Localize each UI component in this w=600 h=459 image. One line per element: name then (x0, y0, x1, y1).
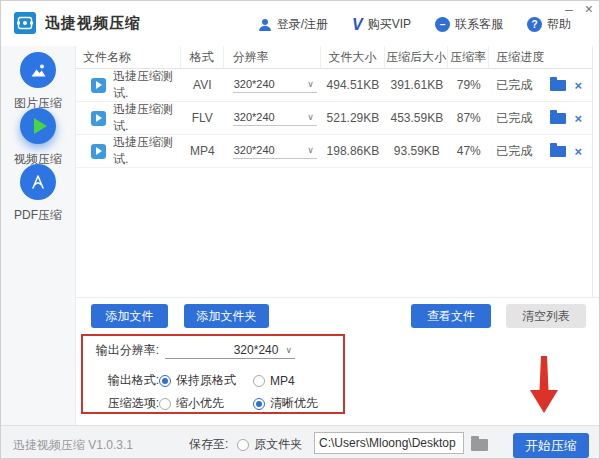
buy-vip-label: 购买VIP (368, 16, 411, 33)
radio-icon (159, 398, 171, 410)
image-compress-icon (20, 52, 56, 88)
play-icon[interactable] (91, 111, 106, 126)
browse-folder-icon[interactable] (471, 439, 488, 451)
app-logo-icon (14, 12, 36, 34)
add-folder-button[interactable]: 添加文件夹 (184, 304, 269, 328)
chevron-down-icon: ∨ (285, 345, 292, 355)
status-badge: 已完成 (496, 110, 532, 127)
user-icon (258, 18, 272, 32)
output-settings-highlight-box: 输出分辨率: 320*240 ∨ 输出格式: 保持原格式 MP4 压缩选项: 缩… (81, 334, 345, 414)
help-button[interactable]: ? 帮助 (527, 16, 571, 33)
header-progress: 压缩进度 (489, 46, 592, 68)
login-register-button[interactable]: 登录/注册 (258, 16, 328, 33)
sidebar-item-image-compress[interactable]: 图片压缩 (1, 52, 75, 112)
page-title: 迅捷视频压缩 (45, 14, 141, 33)
section-divider (76, 297, 600, 298)
contact-support-button[interactable]: – 联系客服 (435, 16, 503, 33)
radio-label: 缩小优先 (176, 395, 224, 412)
status-badge: 已完成 (496, 143, 532, 160)
customer-service-icon: – (435, 17, 450, 32)
add-file-button[interactable]: 添加文件 (91, 304, 168, 328)
file-name: 迅捷压缩测试. (113, 101, 181, 135)
output-resolution-dropdown[interactable]: 320*240 ∨ (165, 343, 295, 359)
version-label: 迅捷视频压缩 V1.0.3.1 (13, 437, 133, 454)
file-size: 198.86KB (321, 144, 386, 158)
compressed-size: 391.61KB (385, 78, 448, 92)
save-path-input[interactable] (314, 432, 464, 454)
radio-label: MP4 (270, 374, 295, 388)
file-size: 521.29KB (321, 111, 386, 125)
table-row: 迅捷压缩测试. FLV 320*240 ∨ 521.29KB 453.59KB … (76, 102, 592, 135)
clear-list-button[interactable]: 清空列表 (506, 304, 586, 328)
video-compress-icon (20, 108, 56, 144)
view-file-button[interactable]: 查看文件 (411, 304, 491, 328)
remove-file-icon[interactable]: × (574, 79, 582, 92)
radio-icon (253, 375, 265, 387)
header-file-size: 文件大小 (321, 46, 386, 68)
login-register-label: 登录/注册 (277, 16, 328, 33)
open-folder-icon[interactable] (550, 80, 566, 91)
output-resolution-label: 输出分辨率: (89, 342, 159, 359)
open-folder-icon[interactable] (550, 146, 566, 157)
minimize-button[interactable]: – (565, 2, 573, 16)
app-window: – × 迅捷视频压缩 登录/注册 (0, 0, 600, 459)
file-name: 迅捷压缩测试. (113, 68, 181, 102)
play-icon[interactable] (91, 78, 106, 93)
sidebar-item-label: PDF压缩 (14, 207, 62, 224)
radio-mp4-format[interactable]: MP4 (253, 374, 347, 388)
compress-ratio: 87% (448, 111, 489, 125)
sidebar-item-video-compress[interactable]: 视频压缩 (1, 108, 75, 168)
start-compress-button[interactable]: 开始压缩 (513, 433, 589, 458)
radio-icon (237, 439, 249, 451)
sidebar: 图片压缩 视频压缩 PDF压缩 (1, 46, 76, 425)
resolution-dropdown[interactable]: 320*240 ∨ (233, 78, 317, 93)
vip-icon: V (352, 17, 363, 33)
table-header-row: 文件名称 格式 分辨率 文件大小 压缩后大小 压缩率 压缩进度 (76, 46, 592, 69)
table-row: 迅捷压缩测试. AVI 320*240 ∨ 494.51KB 391.61KB … (76, 69, 592, 102)
remove-file-icon[interactable]: × (574, 145, 582, 158)
radio-label: 原文件夹 (254, 436, 302, 453)
chevron-down-icon: ∨ (307, 112, 314, 122)
file-format: AVI (181, 78, 224, 92)
radio-original-folder[interactable]: 原文件夹 (237, 436, 302, 453)
remove-file-icon[interactable]: × (574, 112, 582, 125)
compressed-size: 93.59KB (385, 144, 448, 158)
radio-label: 保持原格式 (176, 372, 236, 389)
compress-ratio: 47% (448, 144, 489, 158)
radio-label: 清晰优先 (270, 395, 318, 412)
header-format: 格式 (181, 46, 224, 68)
compressed-size: 453.59KB (385, 111, 448, 125)
file-name: 迅捷压缩测试. (113, 134, 181, 168)
header-ratio: 压缩率 (448, 46, 489, 68)
header-resolution: 分辨率 (224, 46, 321, 68)
radio-size-priority[interactable]: 缩小优先 (159, 395, 253, 412)
play-icon[interactable] (91, 144, 106, 159)
radio-keep-original-format[interactable]: 保持原格式 (159, 372, 253, 389)
resolution-dropdown[interactable]: 320*240 ∨ (233, 144, 317, 159)
resolution-value: 320*240 (234, 144, 275, 156)
radio-icon (159, 375, 171, 387)
help-label: 帮助 (547, 16, 571, 33)
red-arrow-annotation (529, 356, 559, 413)
file-format: MP4 (181, 144, 224, 158)
open-folder-icon[interactable] (550, 113, 566, 124)
buy-vip-button[interactable]: V 购买VIP (352, 16, 411, 33)
chevron-down-icon: ∨ (307, 145, 314, 155)
table-row: 迅捷压缩测试. MP4 320*240 ∨ 198.86KB 93.59KB 4… (76, 135, 592, 168)
sidebar-item-pdf-compress[interactable]: PDF压缩 (1, 164, 75, 224)
compress-ratio: 79% (448, 78, 489, 92)
resolution-dropdown[interactable]: 320*240 ∨ (233, 111, 317, 126)
file-format: FLV (181, 111, 224, 125)
file-size: 494.51KB (321, 78, 386, 92)
output-resolution-value: 320*240 (234, 343, 279, 357)
pdf-compress-icon (20, 164, 56, 200)
header-file-name: 文件名称 (76, 46, 181, 68)
radio-clarity-priority[interactable]: 清晰优先 (253, 395, 347, 412)
file-table: 文件名称 格式 分辨率 文件大小 压缩后大小 压缩率 压缩进度 迅捷压缩测试. … (76, 46, 593, 297)
resolution-value: 320*240 (234, 78, 275, 90)
radio-icon (253, 398, 265, 410)
resolution-value: 320*240 (234, 111, 275, 123)
contact-support-label: 联系客服 (455, 16, 503, 33)
titlebar-actions: 登录/注册 V 购买VIP – 联系客服 ? 帮助 (258, 16, 571, 33)
close-button[interactable]: × (585, 2, 593, 16)
